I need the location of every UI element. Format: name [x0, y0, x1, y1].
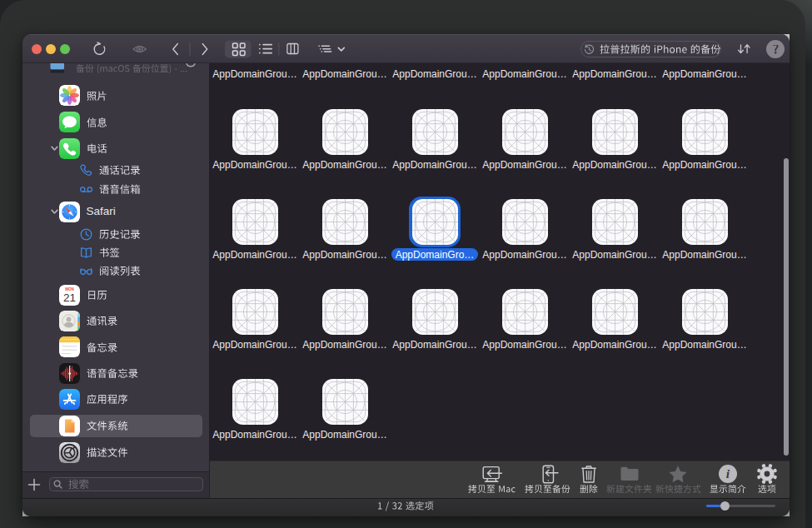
svg-text:i: i — [726, 466, 730, 481]
svg-text:21: 21 — [63, 291, 76, 304]
